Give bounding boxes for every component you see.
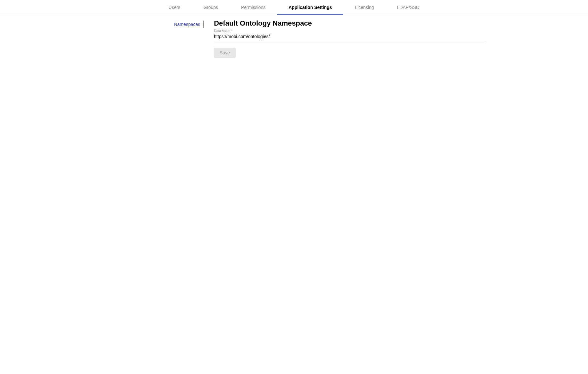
sidebar: Namespaces <box>102 19 204 58</box>
save-button[interactable]: Save <box>214 48 236 58</box>
tab-ldap-sso[interactable]: LDAP/SSO <box>386 0 431 15</box>
top-tabs: Users Groups Permissions Application Set… <box>0 0 588 15</box>
tab-application-settings[interactable]: Application Settings <box>277 0 343 15</box>
main-content: Default Ontology Namespace Data Value * … <box>204 19 486 58</box>
sidebar-item-wrap: Namespaces <box>174 19 204 29</box>
tab-users[interactable]: Users <box>157 0 192 15</box>
sidebar-item-namespaces[interactable]: Namespaces <box>174 22 203 27</box>
tab-licensing[interactable]: Licensing <box>343 0 385 15</box>
content-wrapper: Namespaces Default Ontology Namespace Da… <box>102 15 486 58</box>
tab-permissions[interactable]: Permissions <box>230 0 277 15</box>
field-label: Data Value * <box>214 29 486 33</box>
tab-groups[interactable]: Groups <box>192 0 230 15</box>
data-value-input[interactable] <box>214 33 486 41</box>
section-title: Default Ontology Namespace <box>214 19 486 28</box>
